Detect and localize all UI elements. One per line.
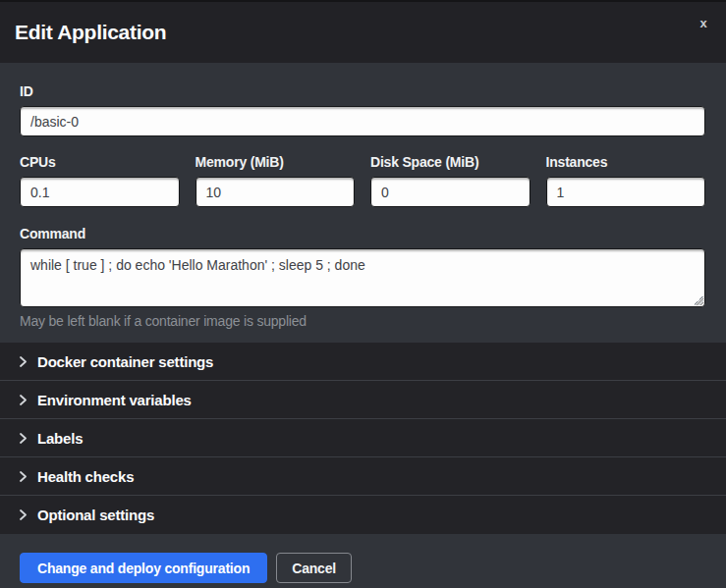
section-health-checks[interactable]: Health checks	[0, 457, 726, 496]
id-field-group: ID	[20, 83, 705, 136]
disk-label: Disk Space (MiB)	[370, 154, 531, 170]
command-label: Command	[20, 226, 705, 241]
command-textarea[interactable]: while [ true ] ; do echo 'Hello Marathon…	[20, 248, 705, 307]
modal-footer: Change and deploy configuration Cancel	[0, 534, 726, 588]
section-docker-container-settings[interactable]: Docker container settings	[0, 343, 726, 381]
command-help-text: May be left blank if a container image i…	[20, 313, 705, 329]
cpus-label: CPUs	[20, 154, 180, 170]
disk-field-group: Disk Space (MiB)	[370, 154, 531, 207]
section-optional-settings[interactable]: Optional settings	[0, 496, 726, 534]
instances-label: Instances	[546, 154, 706, 170]
section-label: Environment variables	[37, 392, 192, 408]
id-label: ID	[20, 83, 705, 99]
cpus-field-group: CPUs	[20, 154, 180, 207]
cpus-input[interactable]	[20, 177, 180, 207]
chevron-right-icon	[18, 395, 28, 405]
disk-input[interactable]	[370, 177, 531, 207]
change-and-deploy-button[interactable]: Change and deploy configuration	[20, 553, 267, 583]
command-field-group: Command while [ true ] ; do echo 'Hello …	[20, 226, 705, 329]
chevron-right-icon	[18, 356, 28, 367]
instances-input[interactable]	[546, 177, 706, 207]
modal-header: Edit Application x	[0, 0, 726, 63]
cancel-button[interactable]: Cancel	[276, 553, 352, 583]
section-label: Optional settings	[37, 507, 154, 523]
resources-row: CPUs Memory (MiB) Disk Space (MiB) Insta…	[20, 154, 705, 207]
memory-input[interactable]	[195, 177, 356, 207]
section-label: Docker container settings	[37, 353, 213, 370]
chevron-right-icon	[18, 433, 28, 444]
edit-application-form: ID CPUs Memory (MiB) Disk Space (MiB) In…	[0, 63, 726, 343]
memory-label: Memory (MiB)	[195, 154, 356, 170]
section-label: Labels	[37, 430, 83, 447]
section-environment-variables[interactable]: Environment variables	[0, 381, 726, 419]
section-labels[interactable]: Labels	[0, 419, 726, 457]
id-input[interactable]	[20, 106, 705, 136]
chevron-right-icon	[18, 509, 28, 520]
instances-field-group: Instances	[546, 154, 706, 207]
settings-accordion: Docker container settings Environment va…	[0, 343, 726, 534]
close-icon[interactable]: x	[695, 15, 712, 32]
section-label: Health checks	[37, 468, 134, 485]
modal-title: Edit Application	[15, 21, 166, 44]
chevron-right-icon	[18, 471, 28, 482]
command-textarea-wrap: while [ true ] ; do echo 'Hello Marathon…	[20, 248, 705, 307]
memory-field-group: Memory (MiB)	[195, 154, 356, 207]
edit-application-modal: Edit Application x ID CPUs Memory (MiB) …	[0, 0, 726, 588]
